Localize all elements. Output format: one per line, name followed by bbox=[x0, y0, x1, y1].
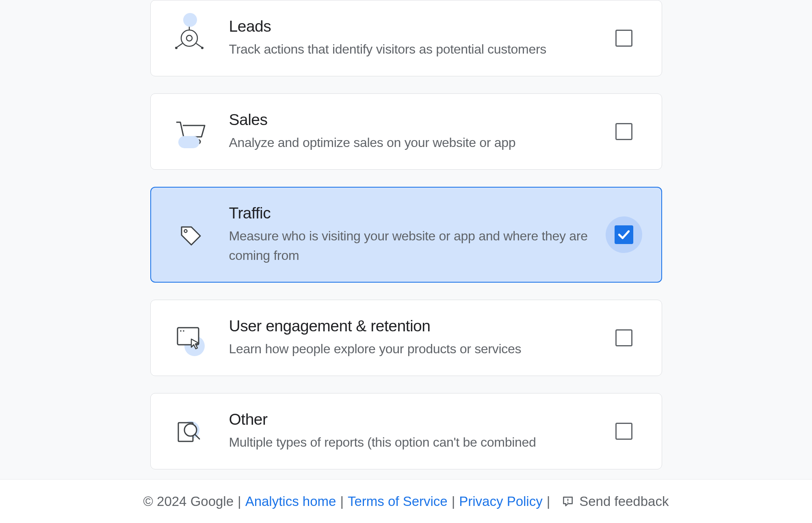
svg-point-0 bbox=[181, 30, 197, 46]
card-description: Analyze and optimize sales on your websi… bbox=[229, 133, 593, 152]
magnifier-doc-icon bbox=[170, 417, 209, 445]
terms-link[interactable]: Terms of Service bbox=[348, 494, 448, 509]
svg-line-16 bbox=[195, 434, 199, 439]
tag-icon bbox=[170, 219, 209, 251]
copyright-text: © 2024 Google bbox=[143, 494, 234, 509]
svg-point-1 bbox=[186, 35, 192, 41]
svg-point-18 bbox=[567, 501, 569, 503]
checkbox-wrap bbox=[606, 225, 642, 244]
checkbox-traffic[interactable] bbox=[615, 225, 633, 244]
svg-point-7 bbox=[201, 47, 204, 49]
privacy-link[interactable]: Privacy Policy bbox=[459, 494, 542, 509]
card-body: Leads Track actions that identify visito… bbox=[209, 17, 606, 59]
card-title: User engagement & retention bbox=[229, 317, 593, 335]
checkbox-wrap bbox=[606, 123, 642, 140]
checkbox-leads[interactable] bbox=[615, 30, 632, 47]
separator: | bbox=[452, 494, 455, 509]
card-description: Track actions that identify visitors as … bbox=[229, 39, 593, 59]
svg-point-13 bbox=[183, 330, 184, 332]
send-feedback-button[interactable]: Send feedback bbox=[561, 494, 669, 509]
svg-line-4 bbox=[177, 43, 182, 47]
card-description: Learn how people explore your products o… bbox=[229, 339, 593, 359]
footer: © 2024 Google | Analytics home | Terms o… bbox=[0, 479, 812, 523]
content-area: Leads Track actions that identify visito… bbox=[0, 0, 812, 479]
cursor-window-icon bbox=[170, 324, 209, 352]
feedback-label: Send feedback bbox=[579, 494, 669, 509]
separator: | bbox=[547, 494, 550, 509]
card-engagement[interactable]: User engagement & retention Learn how pe… bbox=[150, 300, 662, 376]
svg-line-6 bbox=[196, 43, 201, 47]
card-other[interactable]: Other Multiple types of reports (this op… bbox=[150, 393, 662, 469]
leads-icon bbox=[170, 22, 209, 54]
card-body: Traffic Measure who is visiting your web… bbox=[209, 204, 606, 265]
card-title: Sales bbox=[229, 111, 593, 129]
checkbox-wrap bbox=[606, 30, 642, 47]
checkbox-engagement[interactable] bbox=[615, 329, 632, 346]
card-leads[interactable]: Leads Track actions that identify visito… bbox=[150, 0, 662, 76]
checkbox-wrap bbox=[606, 329, 642, 346]
card-title: Other bbox=[229, 411, 593, 428]
checkbox-other[interactable] bbox=[615, 423, 632, 440]
card-sales[interactable]: Sales Analyze and optimize sales on your… bbox=[150, 93, 662, 170]
svg-point-5 bbox=[175, 47, 178, 49]
card-body: User engagement & retention Learn how pe… bbox=[209, 317, 606, 359]
separator: | bbox=[238, 494, 241, 509]
feedback-icon bbox=[561, 495, 574, 508]
card-description: Multiple types of reports (this option c… bbox=[229, 432, 593, 452]
cards-container: Leads Track actions that identify visito… bbox=[150, 0, 662, 469]
card-body: Other Multiple types of reports (this op… bbox=[209, 411, 606, 452]
card-description: Measure who is visiting your website or … bbox=[229, 226, 593, 265]
card-body: Sales Analyze and optimize sales on your… bbox=[209, 111, 606, 152]
card-title: Leads bbox=[229, 17, 593, 35]
cart-icon bbox=[170, 117, 209, 146]
card-traffic[interactable]: Traffic Measure who is visiting your web… bbox=[150, 187, 662, 283]
svg-point-12 bbox=[180, 330, 182, 332]
separator: | bbox=[340, 494, 344, 509]
checkbox-sales[interactable] bbox=[615, 123, 632, 140]
analytics-home-link[interactable]: Analytics home bbox=[245, 494, 336, 509]
card-title: Traffic bbox=[229, 204, 593, 222]
checkbox-wrap bbox=[606, 423, 642, 440]
